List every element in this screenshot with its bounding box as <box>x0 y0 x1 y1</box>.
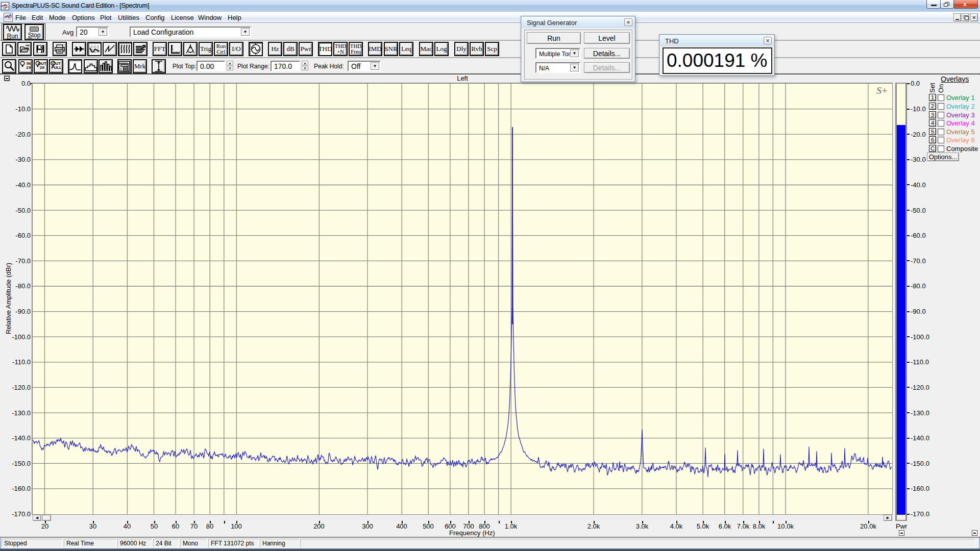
svg-text:S+: S+ <box>876 85 887 96</box>
svg-text:SC: SC <box>3 6 7 10</box>
